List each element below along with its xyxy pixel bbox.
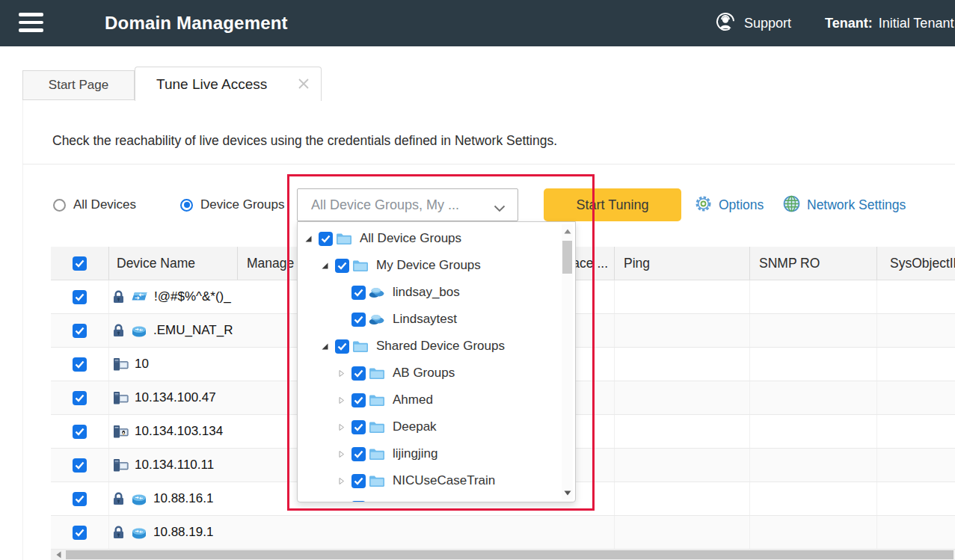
tenant-info: Tenant: Initial Tenant: [825, 0, 954, 46]
chevron-down-icon: [494, 202, 506, 215]
scroll-down-icon[interactable]: [562, 487, 573, 498]
ping-cell: [615, 381, 750, 414]
ping-header-label: Ping: [624, 256, 650, 271]
options-button[interactable]: Options: [694, 188, 764, 221]
folder-icon: [369, 421, 385, 434]
expand-toggle-icon[interactable]: [337, 422, 346, 431]
row-checkbox[interactable]: [73, 425, 87, 439]
row-select-cell: [51, 314, 109, 347]
expand-toggle-icon[interactable]: [337, 396, 346, 404]
hamburger-menu-icon[interactable]: [19, 13, 43, 34]
tree-item-checkbox[interactable]: [351, 501, 366, 503]
expand-toggle-icon[interactable]: [337, 449, 346, 458]
tree-item[interactable]: lijingjing: [298, 440, 559, 467]
horizontal-scrollbar-thumb[interactable]: [66, 550, 954, 559]
select-all-checkbox[interactable]: [73, 256, 87, 271]
tree-item-label: Shared Device Groups: [376, 339, 505, 354]
tree-item-checkbox[interactable]: [351, 286, 366, 300]
switch-icon: [131, 291, 148, 303]
device-groups-dropdown[interactable]: All Device Groups, My ...: [297, 188, 518, 221]
sysobjectid-column-header[interactable]: SysObjectID: [877, 247, 955, 280]
row-checkbox[interactable]: [73, 391, 87, 405]
tab-tune-live-access[interactable]: Tune Live Access: [135, 67, 322, 101]
lock-icon: [112, 492, 125, 505]
collapse-toggle-icon[interactable]: [320, 342, 329, 351]
row-checkbox[interactable]: [73, 492, 87, 506]
tree-item[interactable]: [298, 494, 559, 502]
sysobjectid-cell: [877, 381, 955, 414]
network-settings-button[interactable]: Network Settings: [782, 188, 906, 221]
row-checkbox[interactable]: [73, 458, 87, 473]
tree-item-checkbox[interactable]: [335, 259, 349, 273]
tree-item[interactable]: My Device Groups: [298, 252, 559, 279]
start-tuning-button[interactable]: Start Tuning: [544, 188, 681, 221]
collapse-toggle-icon[interactable]: [320, 261, 329, 270]
device-name-column-header[interactable]: Device Name: [109, 247, 238, 280]
row-select-cell: [51, 280, 109, 313]
tree-item[interactable]: lindsay_bos: [298, 279, 559, 306]
tree-item-checkbox[interactable]: [351, 366, 366, 381]
scroll-up-icon[interactable]: [562, 226, 573, 236]
radio-all-devices[interactable]: All Devices: [53, 188, 136, 221]
snmp-ro-cell: [750, 280, 877, 313]
folder-icon: [336, 233, 352, 245]
tree-item-label: Lindsaytest: [393, 312, 457, 327]
horizontal-scrollbar[interactable]: [51, 550, 955, 560]
tree-item[interactable]: Shared Device Groups: [298, 333, 559, 360]
tree-item[interactable]: Lindsaytest: [298, 306, 559, 333]
tree-item-checkbox[interactable]: [351, 447, 366, 461]
collapse-toggle-icon[interactable]: [304, 234, 313, 243]
folder-icon: [369, 394, 385, 407]
radio-device-groups[interactable]: Device Groups: [180, 188, 284, 221]
device-groups-popup: All Device GroupsMy Device Groupslindsay…: [297, 221, 576, 502]
row-checkbox[interactable]: [73, 526, 87, 540]
ping-cell: [615, 449, 750, 481]
tree-item-checkbox[interactable]: [351, 474, 366, 488]
sysobjectid-cell: [877, 415, 955, 448]
tree-item[interactable]: Ahmed: [298, 387, 559, 413]
tree-item-checkbox[interactable]: [351, 313, 366, 327]
row-select-cell: [51, 449, 109, 481]
server-linux-icon: [112, 425, 129, 439]
tree-item-checkbox[interactable]: [351, 420, 366, 434]
tree-item-checkbox[interactable]: [351, 393, 366, 407]
tree-item[interactable]: AB Groups: [298, 360, 559, 387]
sysobjectid-cell: [877, 516, 955, 549]
snmp-ro-cell: [750, 449, 877, 481]
expand-toggle-icon[interactable]: [337, 476, 346, 485]
device-name-cell: 10.88.19.1: [109, 516, 615, 549]
row-checkbox[interactable]: [73, 324, 87, 338]
popup-vertical-scrollbar[interactable]: [562, 224, 573, 499]
snmp-ro-column-header[interactable]: SNMP RO: [750, 247, 877, 280]
scroll-left-icon[interactable]: [52, 550, 64, 560]
tree-item-checkbox[interactable]: [335, 339, 349, 354]
snmp-ro-cell: [750, 415, 877, 448]
row-checkbox[interactable]: [73, 290, 87, 304]
router-icon: [131, 324, 147, 337]
close-icon[interactable]: [297, 77, 310, 90]
row-select-cell: [51, 348, 109, 381]
interface-header-fragment: ace ...: [572, 256, 608, 271]
tree-item[interactable]: All Device Groups: [298, 225, 559, 252]
content-panel-border: [22, 100, 23, 560]
tab-start-page[interactable]: Start Page: [22, 70, 135, 100]
expand-toggle-icon[interactable]: [337, 369, 346, 378]
gear-icon: [694, 194, 713, 216]
row-checkbox[interactable]: [73, 357, 87, 372]
router-icon: [131, 493, 147, 505]
toggle-spacer: [337, 288, 346, 297]
snmp-ro-cell: [750, 381, 877, 414]
tree-item[interactable]: NICUseCaseTrain: [298, 467, 559, 494]
table-row[interactable]: 10.88.19.1: [51, 516, 955, 550]
tree-item-checkbox[interactable]: [319, 232, 333, 246]
ping-cell: [615, 415, 750, 448]
sysobjectid-cell: [877, 314, 955, 347]
app-header: Domain Management Support Tenant: Initia…: [0, 0, 955, 46]
support-link[interactable]: Support: [714, 0, 791, 46]
tree-item[interactable]: Deepak: [298, 413, 559, 440]
lock-icon: [112, 526, 125, 539]
ping-column-header[interactable]: Ping: [615, 247, 750, 280]
popup-scrollbar-thumb[interactable]: [562, 241, 572, 274]
sysobjectid-cell: [877, 482, 955, 515]
device-name: .EMU_NAT_R: [153, 323, 233, 338]
